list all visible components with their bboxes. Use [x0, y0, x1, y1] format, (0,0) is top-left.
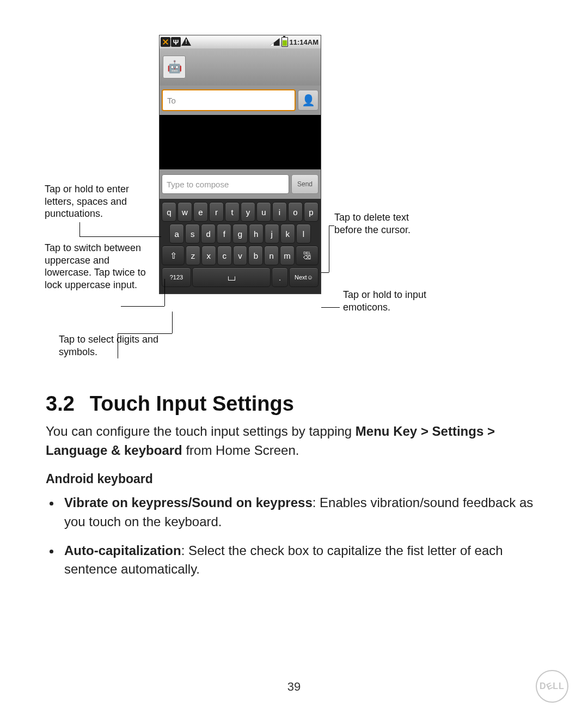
bullet-bold: Auto-capitalization [64, 543, 181, 558]
leader [321, 272, 329, 273]
page: Ψ 11:14AM 🤖 To 👤 Type to compose [0, 0, 588, 719]
emoticon-icon: ☺ [307, 274, 313, 281]
key-shift[interactable]: ⇧ [162, 246, 185, 265]
keyboard-row-1: q w e r t y u i o p [162, 202, 318, 222]
key-delete[interactable]: DEL ⌫ [296, 246, 318, 265]
key-next[interactable]: Next☺ [289, 267, 318, 287]
key-j[interactable]: j [265, 224, 279, 243]
section-title: Touch Input Settings [90, 392, 294, 416]
status-time: 11:14AM [290, 38, 318, 46]
intro-pre: You can configure the touch input settin… [46, 424, 356, 438]
keyboard: q w e r t y u i o p a s d f g h j k l [160, 199, 321, 294]
avatar: 🤖 [163, 56, 186, 78]
signal-icon [270, 38, 280, 46]
key-period[interactable]: . [272, 267, 288, 287]
del-icon: ⌫ [303, 255, 311, 260]
add-contact-button[interactable]: 👤 [298, 90, 318, 111]
intro-post: from Home Screen. [182, 443, 299, 458]
section-subhead: Android keyboard [46, 470, 542, 488]
leader [121, 306, 164, 307]
key-d[interactable]: d [201, 224, 216, 243]
key-g[interactable]: g [232, 224, 247, 243]
key-h[interactable]: h [249, 224, 264, 243]
to-input[interactable]: To [162, 89, 296, 111]
key-z[interactable]: z [186, 246, 200, 265]
key-symbols[interactable]: ?123 [162, 267, 191, 287]
callout-letters: Tap or hold to enter letters, spaces and… [45, 183, 154, 220]
section-number: 3.2 [46, 392, 75, 416]
phone-screenshot: Ψ 11:14AM 🤖 To 👤 Type to compose [159, 35, 321, 294]
dell-logo-icon: DELL [536, 670, 568, 703]
key-r[interactable]: r [209, 202, 224, 222]
warning-icon [181, 37, 191, 47]
key-y[interactable]: y [241, 202, 255, 222]
compose-placeholder: Type to compose [167, 180, 229, 189]
keyboard-row-2: a s d f g h j k l [162, 224, 318, 243]
bullet-list: Vibrate on keypress/Sound on keypress: E… [61, 493, 542, 579]
key-o[interactable]: o [288, 202, 303, 222]
leader [118, 333, 118, 358]
callout-delete: Tap to delete text before the cursor. [334, 211, 427, 236]
send-label: Send [297, 180, 313, 188]
key-l[interactable]: l [296, 224, 311, 243]
to-placeholder: To [167, 96, 176, 105]
key-a[interactable]: a [169, 224, 184, 243]
compose-input[interactable]: Type to compose [162, 174, 289, 194]
keyboard-row-3: ⇧ z x c v b n m DEL ⌫ [162, 246, 318, 265]
keyboard-row-4: ?123 ⌴ . Next☺ [162, 267, 318, 287]
key-space[interactable]: ⌴ [192, 267, 271, 287]
key-x[interactable]: x [201, 246, 216, 265]
leader [118, 333, 172, 334]
leader [329, 226, 334, 226]
key-p[interactable]: p [304, 202, 318, 222]
callout-shift: Tap to switch between uppercase and lowe… [45, 242, 154, 291]
next-label: Next [295, 274, 307, 281]
app-header: 🤖 [160, 48, 321, 86]
key-f[interactable]: f [217, 224, 231, 243]
key-q[interactable]: q [162, 202, 176, 222]
usb-icon: Ψ [171, 37, 181, 47]
leader [79, 222, 80, 236]
callout-symbols: Tap to select digits and symbols. [59, 333, 162, 358]
to-row: To 👤 [160, 86, 321, 115]
message-area [160, 115, 321, 169]
bullet-item: Vibrate on keypress/Sound on keypress: E… [61, 493, 542, 532]
battery-icon [281, 37, 288, 47]
key-s[interactable]: s [185, 224, 200, 243]
key-u[interactable]: u [256, 202, 271, 222]
leader [329, 226, 329, 272]
leader [321, 307, 340, 308]
callout-emoticons: Tap or hold to input emoticons. [343, 289, 436, 313]
key-k[interactable]: k [280, 224, 295, 243]
section-heading: 3.2 Touch Input Settings [46, 392, 542, 416]
key-m[interactable]: m [280, 246, 295, 265]
bullet-item: Auto-capitalization: Select the check bo… [61, 541, 542, 580]
key-i[interactable]: i [272, 202, 287, 222]
bullet-bold: Vibrate on keypress/Sound on keypress [64, 495, 313, 510]
leader [164, 279, 165, 306]
key-t[interactable]: t [225, 202, 240, 222]
key-c[interactable]: c [217, 246, 232, 265]
key-v[interactable]: v [233, 246, 248, 265]
body-text: 3.2 Touch Input Settings You can configu… [46, 392, 542, 589]
page-number: 39 [0, 680, 588, 694]
key-e[interactable]: e [193, 202, 208, 222]
notification-icon [161, 37, 170, 47]
key-b[interactable]: b [248, 246, 263, 265]
section-intro: You can configure the touch input settin… [46, 422, 542, 460]
status-bar: Ψ 11:14AM [160, 35, 321, 48]
compose-row: Type to compose Send [160, 169, 321, 199]
leader [79, 236, 161, 237]
brand-ll: LL [553, 681, 565, 691]
key-n[interactable]: n [264, 246, 279, 265]
send-button[interactable]: Send [291, 174, 318, 194]
leader [172, 312, 173, 333]
key-w[interactable]: w [177, 202, 192, 222]
